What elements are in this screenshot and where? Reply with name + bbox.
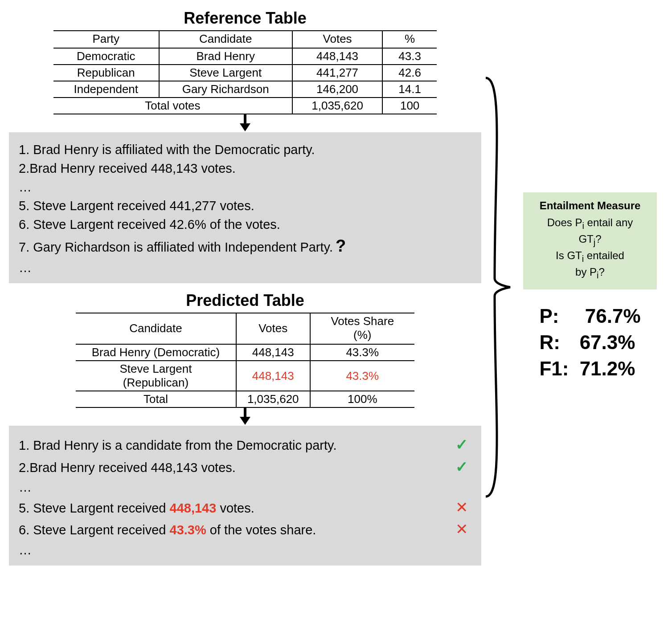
check-icon: ✓: [452, 456, 471, 478]
question-mark-icon: ?: [336, 236, 346, 255]
table-row: Independent Gary Richardson 146,200 14.1: [53, 81, 437, 98]
entailment-box: Entailment Measure Does Pi entail any GT…: [523, 192, 657, 289]
ref-header: Candidate: [159, 31, 292, 48]
pred-header: Candidate: [76, 313, 236, 344]
reference-title: Reference Table: [184, 9, 306, 28]
svg-marker-1: [240, 123, 250, 131]
brace-icon: [481, 69, 512, 505]
table-row: Democratic Brad Henry 448,143 43.3: [53, 48, 437, 65]
fact-line: …: [19, 258, 471, 277]
fact-line: 5. Steve Largent received 441,277 votes.: [19, 196, 471, 215]
fact-line: 2.Brad Henry received 448,143 votes.: [19, 159, 471, 178]
table-row: Brad Henry (Democratic) 448,143 43.3%: [76, 344, 414, 361]
fact-line: 6. Steve Largent received 43.3% of the v…: [19, 518, 471, 540]
ref-header: %: [382, 31, 437, 48]
metric-recall: R: 67.3%: [539, 329, 640, 355]
metrics-block: P: 76.7% R: 67.3% F1: 71.2%: [539, 303, 640, 382]
fact-line: 5. Steve Largent received 448,143 votes.…: [19, 496, 471, 518]
fact-line: …: [19, 178, 471, 196]
metric-f1: F1: 71.2%: [539, 355, 640, 382]
fact-line: 1. Brad Henry is a candidate from the De…: [19, 434, 471, 456]
arrow-down-icon: [236, 114, 254, 132]
svg-marker-3: [240, 417, 250, 425]
check-icon: ✓: [452, 434, 471, 456]
diagram-root: Reference Table Party Candidate Votes % …: [9, 9, 663, 566]
x-icon: ✕: [452, 496, 471, 518]
entailment-question-2: Is GTi entailed by Pi?: [527, 248, 653, 281]
predicted-facts-box: 1. Brad Henry is a candidate from the De…: [9, 426, 481, 565]
right-column: Entailment Measure Does Pi entail any GT…: [512, 192, 663, 382]
left-column: Reference Table Party Candidate Votes % …: [9, 9, 481, 566]
entailment-question-1: Does Pi entail any GTj?: [527, 216, 653, 248]
metric-precision: P: 76.7%: [539, 303, 640, 329]
ref-header: Votes: [292, 31, 382, 48]
fact-line: 1. Brad Henry is affiliated with the Dem…: [19, 140, 471, 159]
table-row-total: Total votes 1,035,620 100: [53, 98, 437, 114]
fact-line: 2.Brad Henry received 448,143 votes. ✓: [19, 456, 471, 478]
x-icon: ✕: [452, 518, 471, 540]
entailment-title: Entailment Measure: [527, 199, 653, 213]
fact-line: …: [19, 541, 471, 559]
table-row: Republican Steve Largent 441,277 42.6: [53, 65, 437, 81]
ref-header: Party: [53, 31, 159, 48]
table-row-total: Total 1,035,620 100%: [76, 391, 414, 407]
arrow-down-icon: [236, 408, 254, 426]
reference-table: Party Candidate Votes % Democratic Brad …: [53, 30, 437, 114]
pred-header: Votes: [236, 313, 310, 344]
fact-line: …: [19, 478, 471, 496]
pred-header: Votes Share (%): [310, 313, 414, 344]
table-row: Steve Largent (Republican) 448,143 43.3%: [76, 361, 414, 391]
predicted-table: Candidate Votes Votes Share (%) Brad Hen…: [76, 313, 414, 408]
fact-line: 6. Steve Largent received 42.6% of the v…: [19, 215, 471, 234]
predicted-title: Predicted Table: [186, 291, 304, 310]
fact-line: 7. Gary Richardson is affiliated with In…: [19, 234, 471, 258]
reference-facts-box: 1. Brad Henry is affiliated with the Dem…: [9, 132, 481, 283]
